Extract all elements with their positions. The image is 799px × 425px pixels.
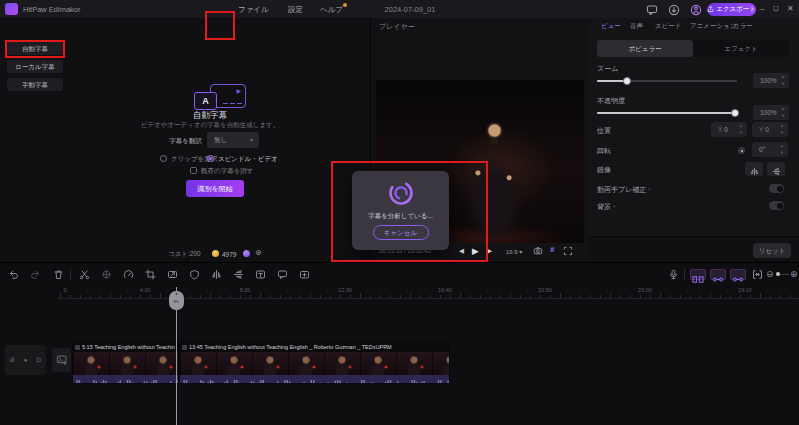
export-button[interactable]: エクスポート bbox=[707, 3, 756, 16]
export-icon bbox=[707, 5, 714, 13]
subtitle-bubble-icon[interactable] bbox=[277, 269, 288, 280]
mirror-horizontal-icon[interactable] bbox=[211, 269, 222, 280]
annotation-box-analyzing-dialog bbox=[331, 161, 488, 262]
fullscreen-icon[interactable] bbox=[563, 246, 573, 256]
tab-animation[interactable]: アニメーション bbox=[690, 22, 736, 31]
stabilization-toggle[interactable] bbox=[769, 184, 784, 193]
speed-icon[interactable] bbox=[123, 269, 134, 280]
opacity-value-stepper[interactable]: 100% ▲▼ bbox=[753, 105, 789, 120]
track-settings-icon[interactable]: ⊙ bbox=[36, 356, 42, 364]
sidebar-item-manual-subtitle[interactable]: 手動字幕 bbox=[7, 78, 63, 91]
translate-dropdown[interactable]: 無し ▼ bbox=[207, 132, 259, 148]
update-download-icon[interactable] bbox=[668, 4, 680, 16]
link-glyph bbox=[731, 275, 745, 284]
zoom-slider-knob[interactable] bbox=[623, 77, 631, 85]
minimize-button[interactable]: – bbox=[760, 4, 764, 13]
background-text: 背景 bbox=[597, 203, 611, 210]
toggle-knob bbox=[777, 203, 783, 209]
stepper-arrows[interactable]: ▲▼ bbox=[780, 123, 784, 136]
app-window: HitPaw Edimakor ファイル 設定 ヘルプ 2024-07-09_0… bbox=[0, 0, 799, 425]
track-mute-icon[interactable]: ⊘ bbox=[9, 356, 15, 364]
radio-spindle-video-label[interactable]: スピンドル・ビデオ bbox=[218, 155, 278, 164]
toggle-knob bbox=[777, 186, 783, 192]
opacity-slider-knob[interactable] bbox=[731, 109, 739, 117]
aspect-ratio-select[interactable]: 16:9 ▾ bbox=[506, 248, 522, 255]
segment-effect[interactable]: エフェクト bbox=[693, 40, 789, 57]
stepper-arrows[interactable]: ▲▼ bbox=[781, 74, 785, 87]
sidebar-item-local-subtitle[interactable]: ローカル字幕 bbox=[7, 60, 63, 73]
app-logo bbox=[5, 3, 18, 15]
tab-view[interactable]: ビュー bbox=[601, 22, 621, 31]
toolbar-divider bbox=[684, 269, 685, 280]
chevron-right-icon: › bbox=[648, 186, 650, 193]
timeline-zoom-knob[interactable] bbox=[776, 272, 780, 276]
ruler-time-label: 25:00 bbox=[638, 287, 652, 293]
add-clip-icon[interactable] bbox=[299, 269, 310, 280]
crop-icon[interactable] bbox=[145, 269, 156, 280]
aspect-ratio-value: 16:9 bbox=[506, 249, 518, 255]
segmented-control: ポピュラー エフェクト bbox=[597, 40, 789, 57]
play-glyph: ▶ bbox=[236, 87, 241, 94]
add-coins-icon[interactable]: ⊕ bbox=[255, 248, 262, 257]
position-y-stepper[interactable]: Y 0 ▲▼ bbox=[752, 122, 788, 137]
flip-horizontal-button[interactable] bbox=[745, 162, 763, 176]
ruler-time-label: 20:50 bbox=[538, 287, 552, 293]
tab-color[interactable]: カラー bbox=[733, 22, 753, 31]
rotation-value-stepper[interactable]: 0° ▲▼ bbox=[752, 142, 788, 157]
zoom-in-icon[interactable]: ⊕ bbox=[790, 269, 798, 279]
radio-spindle-video[interactable] bbox=[207, 155, 214, 162]
account-avatar-icon[interactable] bbox=[690, 4, 702, 16]
timeline-clip-1[interactable]: 5:15 Teaching English without Teachin bbox=[72, 341, 179, 384]
position-x-stepper[interactable]: X 0 ▲▼ bbox=[711, 122, 747, 137]
magnet-toggle-icon[interactable] bbox=[730, 269, 746, 280]
reset-button[interactable]: リセット bbox=[753, 243, 791, 258]
zoom-value-stepper[interactable]: 100% ▲▼ bbox=[753, 73, 789, 88]
clear-existing-label[interactable]: 既存の字幕を消す bbox=[201, 167, 253, 176]
start-recognition-button[interactable]: 識別を開始 bbox=[186, 180, 244, 197]
annotation-box-auto-subtitle bbox=[5, 40, 65, 58]
playhead-handle[interactable]: ● ✂ bbox=[169, 291, 184, 310]
freeze-frame-icon[interactable] bbox=[101, 269, 112, 280]
stabilization-label: 動画手ブレ補正 › bbox=[597, 185, 651, 195]
add-media-button[interactable] bbox=[52, 348, 71, 372]
segment-popular[interactable]: ポピュラー bbox=[597, 40, 693, 57]
menu-file[interactable]: ファイル bbox=[238, 5, 269, 15]
snapshot-camera-icon[interactable] bbox=[533, 246, 543, 256]
snap-split-toggle-icon[interactable] bbox=[690, 269, 706, 280]
rotation-dial[interactable] bbox=[738, 147, 745, 154]
menu-settings[interactable]: 設定 bbox=[288, 5, 303, 15]
delete-icon[interactable] bbox=[53, 269, 64, 280]
tab-audio-props[interactable]: 音声 bbox=[630, 22, 643, 31]
redo-icon[interactable] bbox=[30, 269, 41, 280]
stepper-arrows[interactable]: ▲▼ bbox=[739, 123, 743, 136]
export-frame-icon[interactable] bbox=[167, 269, 178, 280]
chevron-down-icon: ▼ bbox=[249, 137, 254, 143]
position-label: 位置 bbox=[597, 126, 611, 136]
feedback-chat-icon[interactable] bbox=[646, 4, 658, 16]
track-lock-icon[interactable]: ● bbox=[24, 357, 28, 363]
timeline-clip-2[interactable]: 13:45 Teaching English without Teaching … bbox=[179, 341, 450, 384]
background-toggle[interactable] bbox=[769, 201, 784, 210]
stepper-arrows[interactable]: ▲▼ bbox=[780, 143, 784, 156]
restore-button[interactable]: ◻ bbox=[773, 4, 779, 12]
close-button[interactable]: ✕ bbox=[787, 4, 794, 13]
split-cut-icon[interactable] bbox=[79, 269, 90, 280]
clear-existing-checkbox[interactable] bbox=[190, 167, 197, 174]
undo-icon[interactable] bbox=[8, 269, 19, 280]
tab-speed[interactable]: スピード bbox=[655, 22, 681, 31]
stepper-arrows[interactable]: ▲▼ bbox=[781, 106, 785, 119]
radio-select-clip[interactable] bbox=[160, 155, 167, 162]
mirror-vertical-icon[interactable] bbox=[233, 269, 244, 280]
opacity-slider[interactable] bbox=[597, 112, 737, 114]
flip-vertical-button[interactable] bbox=[767, 162, 785, 176]
zoom-slider[interactable] bbox=[597, 80, 737, 82]
grid-overlay-icon[interactable]: # bbox=[550, 245, 554, 254]
toolbar-divider bbox=[70, 269, 71, 280]
mask-icon[interactable] bbox=[189, 269, 200, 280]
text-tool-icon[interactable] bbox=[255, 269, 266, 280]
clip-label: 5:15 Teaching English without Teachin bbox=[82, 344, 175, 350]
record-voiceover-icon[interactable] bbox=[668, 269, 679, 280]
zoom-out-icon[interactable]: ⊖ bbox=[766, 269, 774, 279]
link-clips-toggle-icon[interactable] bbox=[710, 269, 726, 280]
fit-timeline-icon[interactable] bbox=[752, 269, 763, 280]
